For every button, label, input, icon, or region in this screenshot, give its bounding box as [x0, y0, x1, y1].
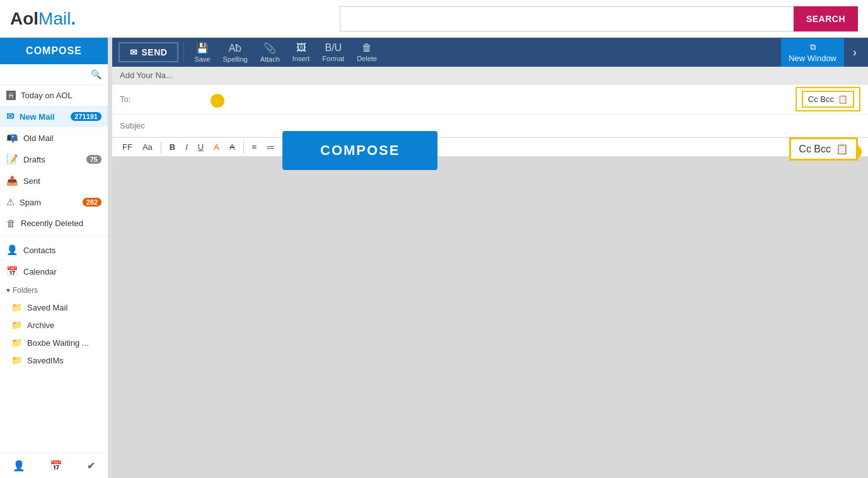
emoji-button[interactable]: ☺ — [323, 140, 339, 154]
cc-bcc-button[interactable]: Cc Bcc 📋 — [802, 91, 854, 108]
main-layout: COMPOSE 🔍 🅰 Today on AOL ✉ New Mail 2711… — [0, 38, 868, 478]
folder-archive[interactable]: 📁 Archive — [0, 316, 108, 334]
folder-icon: 📁 — [11, 355, 22, 365]
spam-icon: ⚠ — [6, 196, 14, 208]
search-bar-wrap: SEARCH — [340, 6, 858, 31]
indent-icon: ⊒ — [285, 142, 292, 152]
sidebar-item-contacts[interactable]: 👤 Contacts — [0, 239, 108, 261]
drafts-badge: 75 — [86, 155, 101, 164]
to-input[interactable] — [145, 93, 796, 105]
format-sep-3 — [300, 141, 301, 154]
folder-label: Saved Mail — [27, 303, 67, 312]
hr-icon: — — [309, 142, 317, 152]
highlight-icon: A — [214, 142, 219, 152]
compose-body[interactable] — [112, 157, 868, 478]
sidebar-item-label: Today on AOL — [21, 91, 72, 100]
sidebar-item-calendar[interactable]: 📅 Calendar — [0, 261, 108, 282]
align-button[interactable]: ≡ — [248, 140, 261, 154]
spelling-label: Spelling — [223, 55, 247, 63]
bold-button[interactable]: B — [166, 140, 179, 154]
strikethrough-button[interactable]: A — [226, 140, 239, 154]
font-family-button[interactable]: FF — [119, 140, 136, 154]
sidebar-item-new-mail[interactable]: ✉ New Mail 271191 — [0, 106, 108, 127]
header: Aol Mail . SEARCH — [0, 0, 868, 38]
search-button[interactable]: SEARCH — [794, 6, 858, 31]
bold-icon: B — [170, 142, 175, 152]
expand-button[interactable]: › — [848, 43, 862, 62]
to-label: To: — [120, 94, 145, 104]
search-icon[interactable]: 🔍 — [91, 69, 101, 79]
font-size-button[interactable]: Aa — [139, 140, 156, 154]
add-your-name: Add Your Na... — [112, 67, 868, 84]
ordered-list-button[interactable]: ≔ — [263, 140, 279, 154]
underline-button[interactable]: U — [194, 140, 207, 154]
save-button[interactable]: 💾 Save — [189, 40, 215, 65]
format-toolbar: FF Aa B I U A A ≡ ≔ ⊒ — ☺ 🔗 ⊞ Stationery — [112, 138, 868, 157]
tasks-bottom-btn[interactable]: ✔ — [81, 457, 101, 474]
folders-header[interactable]: ▾ Folders — [0, 282, 108, 299]
new-mail-badge: 271191 — [71, 112, 101, 121]
sidebar-item-recently-deleted[interactable]: 🗑 Recently Deleted — [0, 213, 108, 234]
chevron-down-icon: ▾ — [6, 286, 10, 295]
hr-button[interactable]: — — [305, 140, 321, 154]
format-label: Format — [322, 55, 344, 62]
subject-label: Subject: — [120, 121, 145, 130]
stationery-icon: ⊞ — [373, 142, 379, 152]
toolbar-separator — [183, 43, 184, 62]
format-icon: B/U — [325, 42, 342, 54]
italic-button[interactable]: I — [182, 140, 192, 154]
sidebar-item-spam[interactable]: ⚠ Spam 282 — [0, 191, 108, 213]
folder-saved-mail[interactable]: 📁 Saved Mail — [0, 299, 108, 316]
insert-button[interactable]: 🖼 Insert — [287, 40, 315, 65]
calendar-bottom-btn[interactable]: 📅 — [43, 457, 69, 474]
sidebar-divider — [0, 236, 108, 237]
logo-aol: Aol — [10, 9, 38, 29]
contacts-book-icon: 📋 — [838, 94, 848, 104]
emoji-icon: ☺ — [327, 142, 335, 152]
link-button[interactable]: 🔗 — [342, 140, 359, 154]
save-icon: 💾 — [196, 42, 209, 54]
save-label: Save — [194, 55, 210, 63]
sidebar-item-drafts[interactable]: 📝 Drafts 75 — [0, 149, 108, 170]
cc-bcc-wrap: Cc Bcc 📋 — [796, 87, 860, 111]
underline-icon: U — [198, 142, 204, 152]
contacts-bottom-btn[interactable]: 👤 — [6, 457, 32, 474]
send-button[interactable]: ✉ SEND — [119, 42, 178, 62]
sidebar-item-sent[interactable]: 📤 Sent — [0, 170, 108, 191]
format-button[interactable]: B/U Format — [317, 40, 349, 65]
folder-saved-ims[interactable]: 📁 SavedIMs — [0, 351, 108, 369]
sidebar-item-label: Sent — [23, 176, 40, 186]
sidebar-item-old-mail[interactable]: 📭 Old Mail — [0, 127, 108, 149]
highlight-button[interactable]: A — [210, 140, 223, 154]
folder-icon: 📁 — [11, 302, 22, 312]
mail-icon: ✉ — [6, 111, 14, 122]
sidebar-item-label: Old Mail — [23, 134, 54, 143]
aol-icon: 🅰 — [6, 90, 16, 101]
align-icon: ≡ — [252, 142, 257, 152]
toolbar-right: ⧉ New Window › — [781, 38, 862, 67]
folder-icon: 📁 — [11, 338, 22, 348]
format-sep-1 — [161, 141, 161, 154]
stationery-button[interactable]: ⊞ Stationery — [369, 140, 423, 154]
subject-input[interactable] — [145, 120, 860, 132]
send-icon: ✉ — [130, 47, 138, 57]
format-sep-2 — [243, 141, 244, 154]
strikethrough-icon: A — [229, 142, 235, 152]
sidebar-item-today-aol[interactable]: 🅰 Today on AOL — [0, 85, 108, 106]
search-input[interactable] — [340, 6, 794, 31]
spelling-button[interactable]: Aƀ Spelling — [217, 40, 252, 65]
sidebar-item-label: New Mail — [20, 112, 55, 122]
attach-button[interactable]: 📎 Attach — [255, 40, 285, 65]
send-label: SEND — [142, 47, 168, 57]
subject-field-row: Subject: — [112, 115, 868, 137]
compose-toolbar: ✉ SEND 💾 Save Aƀ Spelling 📎 Attach 🖼 Ins… — [112, 38, 868, 67]
search-mail-input[interactable] — [6, 70, 91, 79]
compose-button[interactable]: COMPOSE — [0, 38, 108, 64]
content-area: ✉ SEND 💾 Save Aƀ Spelling 📎 Attach 🖼 Ins… — [112, 38, 868, 478]
indent-button[interactable]: ⊒ — [281, 140, 296, 154]
attach-label: Attach — [260, 55, 280, 63]
folder-boxbe[interactable]: 📁 Boxbe Waiting ... — [0, 334, 108, 351]
new-window-button[interactable]: ⧉ New Window — [781, 38, 844, 67]
sidebar-item-label: Calendar — [23, 267, 57, 276]
delete-button[interactable]: 🗑 Delete — [352, 40, 382, 65]
